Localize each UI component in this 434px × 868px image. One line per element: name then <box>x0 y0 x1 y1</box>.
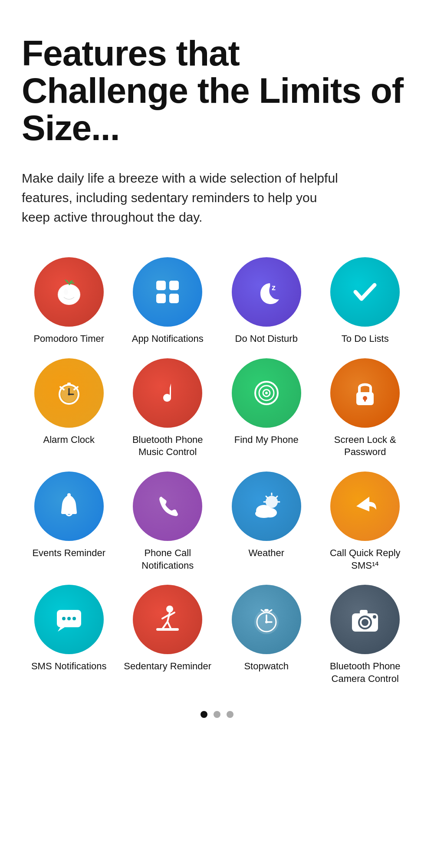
feature-item-events-reminder: Events Reminder <box>22 472 116 572</box>
svg-rect-21 <box>364 398 366 402</box>
svg-line-39 <box>168 613 170 622</box>
feature-item-sms-notifications: SMS Notifications <box>22 585 116 685</box>
svg-point-33 <box>255 509 273 518</box>
page-title: Features that Challenge the Limits of Si… <box>22 35 412 147</box>
feature-icon-bluetooth-music <box>133 358 202 428</box>
feature-item-stopwatch: Stopwatch <box>219 585 314 685</box>
svg-point-38 <box>166 606 173 613</box>
svg-point-36 <box>67 617 71 620</box>
page-subtitle: Make daily life a breeze with a wide sel… <box>22 168 343 227</box>
feature-icon-events-reminder <box>34 472 104 541</box>
feature-item-screen-lock: Screen Lock & Password <box>318 358 413 459</box>
feature-item-pomodoro-timer: Pomodoro Timer <box>22 257 116 345</box>
feature-item-bluetooth-camera: Bluetooth Phone Camera Control <box>318 585 413 685</box>
feature-icon-call-quick-reply <box>330 472 400 541</box>
feature-label-bluetooth-music: Bluetooth Phone Music Control <box>121 434 215 459</box>
svg-line-40 <box>162 622 168 629</box>
feature-label-do-not-disturb: Do Not Disturb <box>235 333 298 345</box>
feature-label-phone-call-notifications: Phone Call Notifications <box>121 547 215 572</box>
feature-item-bluetooth-music: Bluetooth Phone Music Control <box>121 358 215 459</box>
feature-item-call-quick-reply: Call Quick Reply SMS¹⁴ <box>318 472 413 572</box>
feature-icon-bluetooth-camera <box>330 585 400 654</box>
feature-icon-pomodoro-timer <box>34 257 104 327</box>
feature-label-call-quick-reply: Call Quick Reply SMS¹⁴ <box>318 547 413 572</box>
page-container: Features that Challenge the Limits of Si… <box>0 0 434 753</box>
feature-icon-alarm-clock <box>34 358 104 428</box>
feature-label-stopwatch: Stopwatch <box>244 660 289 673</box>
feature-label-events-reminder: Events Reminder <box>32 547 105 560</box>
feature-icon-weather <box>232 472 301 541</box>
svg-rect-14 <box>67 383 71 385</box>
feature-icon-sms-notifications <box>34 585 104 654</box>
svg-line-30 <box>266 496 267 498</box>
pagination-dots <box>22 711 412 718</box>
feature-item-find-my-phone: Find My Phone <box>219 358 314 459</box>
feature-icon-screen-lock <box>330 358 400 428</box>
feature-item-weather: Weather <box>219 472 314 572</box>
feature-label-sms-notifications: SMS Notifications <box>31 660 107 673</box>
svg-rect-6 <box>169 294 179 303</box>
feature-icon-to-do-lists <box>330 257 400 327</box>
feature-item-alarm-clock: Alarm Clock <box>22 358 116 459</box>
pagination-dot-1[interactable] <box>214 711 220 718</box>
svg-point-18 <box>265 392 268 394</box>
svg-rect-44 <box>156 628 179 631</box>
svg-rect-56 <box>360 610 368 614</box>
feature-icon-find-my-phone <box>232 358 301 428</box>
svg-line-29 <box>276 496 277 498</box>
svg-rect-5 <box>156 294 166 303</box>
svg-point-49 <box>265 621 268 623</box>
svg-point-35 <box>62 617 66 620</box>
feature-label-weather: Weather <box>248 547 284 560</box>
feature-label-screen-lock: Screen Lock & Password <box>318 434 413 459</box>
feature-icon-app-notifications <box>133 257 202 327</box>
svg-point-13 <box>68 393 70 395</box>
svg-rect-3 <box>156 281 166 290</box>
svg-point-1 <box>59 285 79 305</box>
svg-rect-22 <box>61 511 77 514</box>
svg-point-2 <box>64 289 68 295</box>
feature-label-bluetooth-camera: Bluetooth Phone Camera Control <box>318 660 413 685</box>
svg-line-41 <box>168 622 171 629</box>
feature-item-app-notifications: App Notifications <box>121 257 215 345</box>
svg-point-57 <box>373 615 376 619</box>
svg-rect-4 <box>169 281 179 290</box>
svg-point-37 <box>72 617 76 620</box>
feature-icon-phone-call-notifications <box>133 472 202 541</box>
feature-item-to-do-lists: To Do Lists <box>318 257 413 345</box>
pagination-dot-0[interactable] <box>201 711 207 718</box>
svg-rect-50 <box>264 609 269 612</box>
feature-item-do-not-disturb: z Do Not Disturb <box>219 257 314 345</box>
feature-label-alarm-clock: Alarm Clock <box>43 434 95 446</box>
feature-label-find-my-phone: Find My Phone <box>234 434 299 446</box>
feature-label-pomodoro-timer: Pomodoro Timer <box>33 333 104 345</box>
feature-label-sedentary-reminder: Sedentary Reminder <box>124 660 211 673</box>
feature-label-app-notifications: App Notifications <box>132 333 204 345</box>
pagination-dot-2[interactable] <box>227 711 233 718</box>
features-grid: Pomodoro Timer App Notifications z Do No… <box>22 257 412 685</box>
feature-icon-sedentary-reminder <box>133 585 202 654</box>
svg-point-55 <box>362 619 368 626</box>
feature-item-sedentary-reminder: Sedentary Reminder <box>121 585 215 685</box>
feature-icon-stopwatch <box>232 585 301 654</box>
feature-icon-do-not-disturb: z <box>232 257 301 327</box>
svg-text:z: z <box>272 283 276 292</box>
feature-label-to-do-lists: To Do Lists <box>342 333 389 345</box>
svg-point-23 <box>67 493 71 497</box>
feature-item-phone-call-notifications: Phone Call Notifications <box>121 472 215 572</box>
